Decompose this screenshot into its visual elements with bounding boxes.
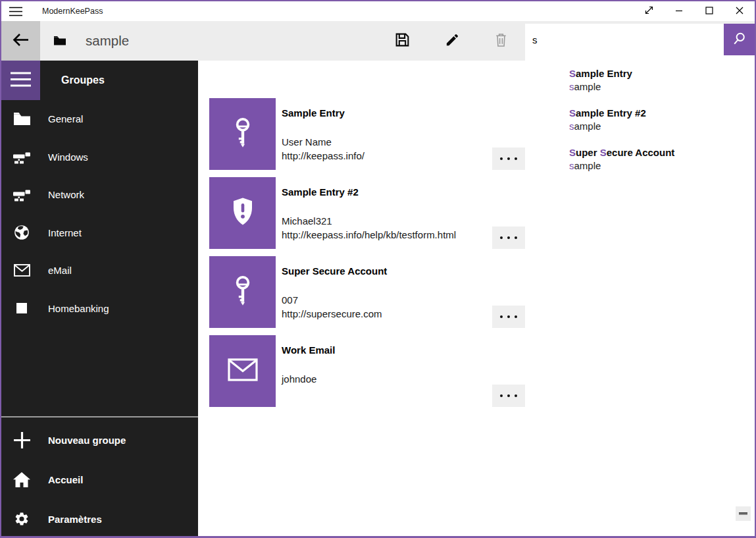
key-icon [230, 274, 255, 311]
search-input[interactable] [525, 24, 724, 55]
sidebar-item-internet[interactable]: Internet [1, 214, 198, 252]
entry-row[interactable]: Sample Entry #2 Michael321 http://keepas… [209, 177, 538, 249]
titlebar: ModernKeePass [1, 1, 755, 21]
entry-text: Work Email johndoe [282, 344, 499, 386]
more-options-button[interactable] [492, 306, 525, 328]
suggestion-subtitle: sample [569, 159, 755, 173]
suggestion-subtitle: sample [569, 120, 755, 133]
entry-url: http://supersecure.com [282, 307, 499, 321]
entry-title: Sample Entry [282, 107, 499, 120]
zoom-out-button[interactable] [736, 506, 751, 521]
home-icon [13, 472, 31, 487]
group-list: General Windows Network Internet [1, 100, 198, 327]
back-button[interactable] [1, 21, 40, 61]
entry-row[interactable]: Work Email johndoe [209, 335, 538, 407]
fullscreen-icon [643, 5, 655, 18]
sidebar-heading: Groupes [61, 61, 105, 100]
minimize-button[interactable] [664, 1, 694, 21]
sidebar-item-label: Accueil [48, 474, 83, 485]
ellipsis-icon [500, 315, 503, 318]
search-suggestion[interactable]: Sample Entry sample [569, 67, 755, 94]
entry-username: User Name [282, 135, 499, 149]
search-suggestion[interactable]: Sample Entry #2 sample [569, 107, 755, 133]
sidebar-item-label: Windows [48, 151, 88, 163]
sidebar-item-label: Internet [48, 227, 82, 238]
app-window: ModernKeePass [0, 0, 756, 538]
entry-username: Michael321 [282, 214, 499, 228]
sidebar-item-homebanking[interactable]: Homebanking [1, 290, 198, 328]
search-suggestion[interactable]: Super Secure Account sample [569, 146, 755, 173]
entry-url: http://keepass.info/ [282, 149, 499, 163]
more-options-button[interactable] [492, 148, 525, 170]
search-icon [732, 32, 746, 47]
ellipsis-icon [500, 157, 503, 160]
save-icon [394, 32, 411, 50]
key-icon [230, 116, 255, 153]
hamburger-icon [11, 72, 31, 89]
suggestion-subtitle: sample [569, 80, 755, 94]
maximize-icon [705, 7, 713, 16]
home-button[interactable]: Accueil [1, 460, 198, 499]
sidebar-item-email[interactable]: eMail [1, 252, 198, 290]
entry-text: Super Secure Account 007 http://supersec… [282, 265, 499, 321]
sidebar-item-general[interactable]: General [1, 100, 198, 138]
window-border [0, 0, 756, 1]
sidebar-item-label: Paramètres [48, 514, 102, 525]
close-button[interactable] [724, 1, 755, 21]
sidebar-item-label: eMail [48, 265, 72, 276]
save-button[interactable] [386, 21, 418, 61]
nav-pane-toggle-button[interactable] [1, 61, 40, 100]
entry-username: johndoe [282, 372, 499, 386]
ellipsis-icon [500, 236, 503, 239]
fullscreen-button[interactable] [634, 1, 664, 21]
page-title: sample [86, 33, 129, 49]
sidebar-item-windows[interactable]: Windows [1, 138, 198, 176]
hamburger-icon[interactable] [9, 7, 22, 16]
window-controls [634, 1, 755, 21]
edit-button[interactable] [436, 21, 468, 61]
entry-tile [209, 98, 276, 170]
sidebar-item-label: General [48, 113, 83, 124]
back-arrow-icon [12, 32, 30, 49]
close-icon [736, 7, 743, 16]
search-button[interactable] [724, 24, 755, 55]
entry-tile [209, 177, 276, 249]
window-border [0, 0, 1, 538]
square-icon [13, 303, 31, 313]
search-suggestions-list: Sample Entry sample Sample Entry #2 samp… [525, 55, 755, 196]
new-group-button[interactable]: Nouveau groupe [1, 420, 198, 460]
entry-url: http://keepass.info/help/kb/testform.htm… [282, 228, 499, 242]
trash-icon [494, 32, 508, 49]
folder-icon [13, 113, 31, 125]
entry-title: Super Secure Account [282, 265, 499, 278]
appbar: sample [1, 21, 755, 61]
search-box [525, 24, 724, 55]
entry-details: User Name http://keepass.info/ [282, 135, 499, 163]
entry-row[interactable]: Super Secure Account 007 http://supersec… [209, 256, 538, 328]
settings-button[interactable]: Paramètres [1, 499, 198, 538]
entry-row[interactable]: Sample Entry User Name http://keepass.in… [209, 98, 538, 170]
delete-button[interactable] [485, 21, 517, 61]
entry-text: Sample Entry User Name http://keepass.in… [282, 107, 499, 163]
globe-icon [13, 225, 31, 240]
entry-tile [209, 256, 276, 328]
plus-icon [13, 432, 31, 448]
sidebar: Groupes General Windows Network [1, 61, 198, 536]
minus-icon [739, 512, 747, 515]
shield-exclamation-icon [230, 197, 256, 230]
more-options-button[interactable] [492, 385, 525, 407]
maximize-button[interactable] [694, 1, 724, 21]
suggestion-title: Sample Entry [569, 67, 755, 80]
network-icon [13, 188, 31, 202]
entry-details: johndoe [282, 372, 499, 386]
minimize-icon [675, 7, 683, 16]
ellipsis-icon [500, 394, 503, 397]
window-title: ModernKeePass [42, 7, 103, 16]
group-folder-icon [54, 36, 66, 45]
sidebar-item-network[interactable]: Network [1, 176, 198, 214]
gear-icon [13, 511, 31, 527]
sidebar-item-label: Homebanking [48, 303, 109, 314]
sidebar-commands: Nouveau groupe Accueil Paramètres [1, 420, 198, 538]
entry-details: Michael321 http://keepass.info/help/kb/t… [282, 214, 499, 242]
more-options-button[interactable] [492, 227, 525, 249]
